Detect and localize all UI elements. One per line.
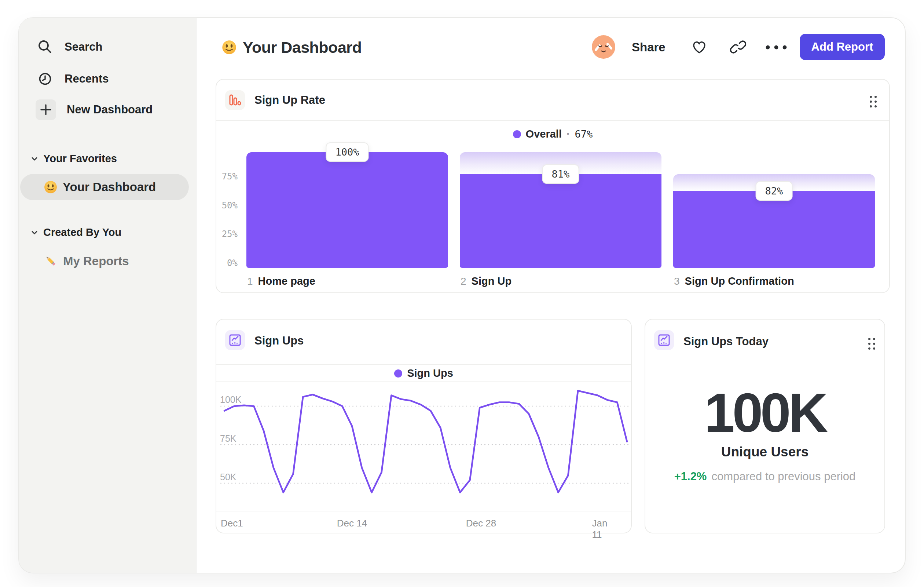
card-sign-up-rate: Sign Up Rate Overall · 67% 75% 50% 25% 0… [216, 79, 890, 293]
sign-ups-line-chart [216, 381, 632, 511]
x-axis-tick: Dec1 [221, 518, 243, 529]
metric-value: 100K [645, 381, 884, 445]
chevron-down-icon [30, 228, 39, 237]
x-axis-tick: Dec 14 [337, 518, 367, 529]
funnel-bar-loss-cap [460, 152, 662, 174]
gridlines [221, 406, 628, 483]
card-sign-ups: Sign Ups Sign Ups 100K 75K 50K Dec1 Dec … [216, 319, 632, 533]
x-axis-tick: Dec 28 [466, 518, 496, 529]
sidebar-item-your-dashboard[interactable]: Your Dashboard [20, 174, 189, 200]
link-icon[interactable] [730, 38, 747, 55]
metric-label: Unique Users [645, 444, 884, 460]
funnel-step-number: 3 [674, 276, 680, 287]
funnel-step-name: Sign Up Confirmation [685, 275, 794, 287]
plus-icon [36, 99, 56, 120]
sidebar-item-label: New Dashboard [67, 103, 153, 116]
pencil-emoji [44, 254, 59, 269]
y-axis-tick: 100K [220, 394, 241, 405]
avatar[interactable] [591, 35, 615, 59]
smiley-emoji [44, 180, 58, 194]
smiley-emoji [221, 40, 237, 55]
sidebar-item-my-reports[interactable]: My Reports [44, 253, 129, 269]
line-chart-icon [654, 330, 674, 350]
sidebar-item-recents[interactable]: Recents [37, 69, 109, 89]
funnel-step-number: 2 [460, 276, 466, 287]
search-icon [37, 38, 54, 55]
sidebar-section-your-favorites[interactable]: Your Favorites [30, 153, 117, 165]
sidebar-item-search[interactable]: Search [37, 37, 102, 57]
legend-label: Sign Ups [407, 367, 453, 379]
x-axis-tick: Jan 11 [592, 518, 618, 541]
delta-note: compared to previous period [711, 470, 855, 483]
card-title: Sign Ups [254, 334, 304, 347]
y-axis-tick: 75K [220, 433, 236, 444]
more-icon[interactable] [765, 44, 788, 51]
page-title: Your Dashboard [221, 37, 361, 58]
clock-icon [37, 70, 54, 87]
metric-delta-row: +1.2% compared to previous period [645, 470, 884, 483]
sidebar-item-label: Recents [64, 72, 109, 86]
drag-handle-icon[interactable] [868, 338, 875, 350]
funnel-bar[interactable]: 81%2Sign Up [460, 79, 662, 268]
y-axis-tick: 50K [220, 472, 236, 483]
funnel-chart: 100%1Home page81%2Sign Up82%3Sign Up Con… [216, 79, 889, 293]
funnel-bar[interactable]: 82%3Sign Up Confirmation [673, 79, 875, 268]
funnel-step-name: Sign Up [472, 275, 512, 287]
line-chart-icon [225, 330, 245, 350]
funnel-step-number: 1 [247, 276, 253, 287]
section-label: Created By You [43, 227, 121, 238]
x-axis-line [216, 511, 631, 511]
funnel-bar-solid [673, 191, 875, 268]
divider [216, 364, 631, 365]
add-report-button[interactable]: Add Report [800, 34, 885, 60]
section-label: Your Favorites [43, 153, 117, 165]
share-button[interactable]: Share [632, 40, 665, 54]
line-legend[interactable]: Sign Ups [216, 367, 631, 379]
funnel-bar-loss-cap [673, 174, 875, 191]
legend-dot [394, 369, 402, 377]
funnel-bar-solid [460, 174, 662, 268]
funnel-step-label: 3Sign Up Confirmation [674, 275, 794, 287]
funnel-bar-solid [246, 152, 448, 268]
sidebar-section-created-by-you[interactable]: Created By You [30, 227, 121, 238]
heart-icon[interactable] [691, 38, 708, 55]
funnel-bar[interactable]: 100%1Home page [246, 79, 448, 268]
funnel-step-name: Home page [258, 275, 315, 287]
delta-value: +1.2% [674, 470, 707, 483]
sidebar-item-label: My Reports [63, 254, 129, 268]
sidebar-item-new-dashboard[interactable]: New Dashboard [36, 99, 153, 120]
add-report-label: Add Report [812, 40, 873, 54]
chevron-down-icon [30, 154, 39, 163]
page-title-text: Your Dashboard [243, 38, 361, 56]
funnel-step-label: 2Sign Up [460, 275, 512, 287]
card-title: Sign Ups Today [683, 335, 769, 348]
sidebar-item-label: Your Dashboard [63, 180, 156, 194]
sidebar-item-label: Search [64, 40, 102, 54]
funnel-step-label: 1Home page [247, 275, 315, 287]
card-sign-ups-today: Sign Ups Today 100K Unique Users +1.2% c… [645, 319, 885, 533]
